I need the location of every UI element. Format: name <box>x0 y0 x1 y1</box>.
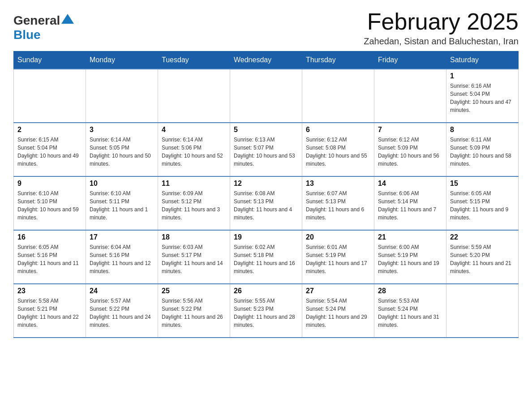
calendar-day-cell: 16Sunrise: 6:05 AM Sunset: 5:16 PM Dayli… <box>14 230 86 284</box>
day-number: 15 <box>450 180 515 188</box>
calendar-day-cell: 27Sunrise: 5:54 AM Sunset: 5:24 PM Dayli… <box>302 284 374 338</box>
day-number: 20 <box>306 233 370 241</box>
page-header: General Blue February 2025 Zahedan, Sist… <box>13 9 519 47</box>
day-number: 2 <box>17 126 82 134</box>
calendar-table: SundayMondayTuesdayWednesdayThursdayFrid… <box>13 51 519 338</box>
day-number: 6 <box>306 126 370 134</box>
calendar-day-cell: 8Sunrise: 6:11 AM Sunset: 5:09 PM Daylig… <box>446 123 519 176</box>
calendar-title: February 2025 <box>364 9 519 34</box>
calendar-week-row: 9Sunrise: 6:10 AM Sunset: 5:10 PM Daylig… <box>14 176 519 230</box>
logo-general-text: General <box>13 13 60 28</box>
calendar-day-cell: 22Sunrise: 5:59 AM Sunset: 5:20 PM Dayli… <box>446 230 519 284</box>
day-number: 13 <box>306 180 370 188</box>
calendar-day-cell: 11Sunrise: 6:09 AM Sunset: 5:12 PM Dayli… <box>158 176 230 230</box>
calendar-week-row: 16Sunrise: 6:05 AM Sunset: 5:16 PM Dayli… <box>14 230 519 284</box>
calendar-day-cell: 25Sunrise: 5:56 AM Sunset: 5:22 PM Dayli… <box>158 284 230 338</box>
calendar-week-row: 2Sunrise: 6:15 AM Sunset: 5:04 PM Daylig… <box>14 123 519 176</box>
day-number: 27 <box>306 287 370 295</box>
day-info: Sunrise: 6:15 AM Sunset: 5:04 PM Dayligh… <box>17 136 82 168</box>
day-number: 1 <box>450 72 515 80</box>
day-number: 16 <box>17 233 82 241</box>
day-info: Sunrise: 6:03 AM Sunset: 5:17 PM Dayligh… <box>162 243 226 275</box>
calendar-day-cell: 3Sunrise: 6:14 AM Sunset: 5:05 PM Daylig… <box>86 123 158 176</box>
calendar-week-row: 23Sunrise: 5:58 AM Sunset: 5:21 PM Dayli… <box>14 284 519 338</box>
day-info: Sunrise: 6:06 AM Sunset: 5:14 PM Dayligh… <box>378 189 442 222</box>
day-number: 9 <box>17 180 82 188</box>
day-info: Sunrise: 5:58 AM Sunset: 5:21 PM Dayligh… <box>17 297 82 329</box>
calendar-day-cell: 19Sunrise: 6:02 AM Sunset: 5:18 PM Dayli… <box>230 230 302 284</box>
day-info: Sunrise: 5:57 AM Sunset: 5:22 PM Dayligh… <box>90 297 154 329</box>
calendar-day-cell: 10Sunrise: 6:10 AM Sunset: 5:11 PM Dayli… <box>86 176 158 230</box>
logo-blue-text: Blue <box>13 28 41 42</box>
day-info: Sunrise: 6:07 AM Sunset: 5:13 PM Dayligh… <box>306 189 370 222</box>
calendar-day-cell: 7Sunrise: 6:12 AM Sunset: 5:09 PM Daylig… <box>374 123 446 176</box>
day-number: 7 <box>378 126 442 134</box>
day-info: Sunrise: 5:54 AM Sunset: 5:24 PM Dayligh… <box>306 297 370 329</box>
calendar-header-row: SundayMondayTuesdayWednesdayThursdayFrid… <box>14 51 519 69</box>
day-number: 28 <box>378 287 442 295</box>
day-info: Sunrise: 5:55 AM Sunset: 5:23 PM Dayligh… <box>234 297 298 329</box>
calendar-day-cell <box>14 69 86 123</box>
day-info: Sunrise: 5:59 AM Sunset: 5:20 PM Dayligh… <box>450 243 515 275</box>
day-info: Sunrise: 6:09 AM Sunset: 5:12 PM Dayligh… <box>162 189 226 222</box>
day-info: Sunrise: 6:14 AM Sunset: 5:05 PM Dayligh… <box>90 136 154 168</box>
day-info: Sunrise: 6:12 AM Sunset: 5:08 PM Dayligh… <box>306 136 370 168</box>
calendar-day-cell <box>230 69 302 123</box>
calendar-day-cell <box>158 69 230 123</box>
weekday-header-monday: Monday <box>86 51 158 69</box>
day-info: Sunrise: 6:05 AM Sunset: 5:15 PM Dayligh… <box>450 189 515 222</box>
calendar-day-cell: 4Sunrise: 6:14 AM Sunset: 5:06 PM Daylig… <box>158 123 230 176</box>
calendar-day-cell: 20Sunrise: 6:01 AM Sunset: 5:19 PM Dayli… <box>302 230 374 284</box>
calendar-week-row: 1Sunrise: 6:16 AM Sunset: 5:04 PM Daylig… <box>14 69 519 123</box>
calendar-day-cell: 13Sunrise: 6:07 AM Sunset: 5:13 PM Dayli… <box>302 176 374 230</box>
day-number: 11 <box>162 180 226 188</box>
calendar-day-cell: 6Sunrise: 6:12 AM Sunset: 5:08 PM Daylig… <box>302 123 374 176</box>
calendar-day-cell: 21Sunrise: 6:00 AM Sunset: 5:19 PM Dayli… <box>374 230 446 284</box>
day-number: 24 <box>90 287 154 295</box>
logo-triangle-icon <box>61 14 74 24</box>
day-info: Sunrise: 6:05 AM Sunset: 5:16 PM Dayligh… <box>17 243 82 275</box>
calendar-day-cell: 12Sunrise: 6:08 AM Sunset: 5:13 PM Dayli… <box>230 176 302 230</box>
calendar-day-cell <box>86 69 158 123</box>
calendar-day-cell: 15Sunrise: 6:05 AM Sunset: 5:15 PM Dayli… <box>446 176 519 230</box>
calendar-day-cell: 14Sunrise: 6:06 AM Sunset: 5:14 PM Dayli… <box>374 176 446 230</box>
logo: General Blue <box>13 13 74 42</box>
calendar-day-cell: 1Sunrise: 6:16 AM Sunset: 5:04 PM Daylig… <box>446 69 519 123</box>
day-info: Sunrise: 6:10 AM Sunset: 5:11 PM Dayligh… <box>90 189 154 222</box>
calendar-day-cell: 17Sunrise: 6:04 AM Sunset: 5:16 PM Dayli… <box>86 230 158 284</box>
day-info: Sunrise: 6:14 AM Sunset: 5:06 PM Dayligh… <box>162 136 226 168</box>
day-number: 17 <box>90 233 154 241</box>
day-info: Sunrise: 6:13 AM Sunset: 5:07 PM Dayligh… <box>234 136 298 168</box>
day-number: 25 <box>162 287 226 295</box>
weekday-header-tuesday: Tuesday <box>158 51 230 69</box>
day-number: 5 <box>234 126 298 134</box>
day-number: 19 <box>234 233 298 241</box>
day-info: Sunrise: 6:12 AM Sunset: 5:09 PM Dayligh… <box>378 136 442 168</box>
calendar-day-cell: 26Sunrise: 5:55 AM Sunset: 5:23 PM Dayli… <box>230 284 302 338</box>
day-info: Sunrise: 6:16 AM Sunset: 5:04 PM Dayligh… <box>450 82 515 114</box>
day-info: Sunrise: 6:10 AM Sunset: 5:10 PM Dayligh… <box>17 189 82 222</box>
day-number: 8 <box>450 126 515 134</box>
calendar-day-cell: 23Sunrise: 5:58 AM Sunset: 5:21 PM Dayli… <box>14 284 86 338</box>
calendar-day-cell <box>374 69 446 123</box>
day-number: 21 <box>378 233 442 241</box>
weekday-header-friday: Friday <box>374 51 446 69</box>
calendar-subtitle: Zahedan, Sistan and Baluchestan, Iran <box>364 36 519 47</box>
day-info: Sunrise: 5:56 AM Sunset: 5:22 PM Dayligh… <box>162 297 226 329</box>
weekday-header-saturday: Saturday <box>446 51 519 69</box>
day-number: 22 <box>450 233 515 241</box>
weekday-header-wednesday: Wednesday <box>230 51 302 69</box>
day-info: Sunrise: 6:00 AM Sunset: 5:19 PM Dayligh… <box>378 243 442 275</box>
calendar-day-cell <box>446 284 519 338</box>
weekday-header-sunday: Sunday <box>14 51 86 69</box>
day-number: 3 <box>90 126 154 134</box>
day-number: 4 <box>162 126 226 134</box>
day-number: 10 <box>90 180 154 188</box>
calendar-day-cell: 24Sunrise: 5:57 AM Sunset: 5:22 PM Dayli… <box>86 284 158 338</box>
calendar-day-cell: 28Sunrise: 5:53 AM Sunset: 5:24 PM Dayli… <box>374 284 446 338</box>
day-number: 23 <box>17 287 82 295</box>
day-info: Sunrise: 6:11 AM Sunset: 5:09 PM Dayligh… <box>450 136 515 168</box>
calendar-day-cell <box>302 69 374 123</box>
day-number: 26 <box>234 287 298 295</box>
day-number: 12 <box>234 180 298 188</box>
